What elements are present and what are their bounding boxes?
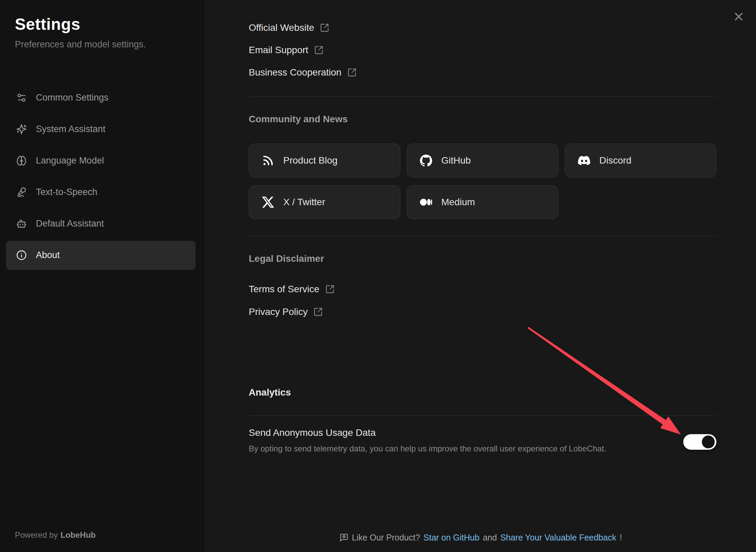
sidebar-item-system-assistant[interactable]: System Assistant [6,115,196,144]
settings-nav: Common Settings System Assistant Languag… [0,83,205,270]
contact-us-heading: Contact Us [249,0,716,2]
sidebar-item-language-model[interactable]: Language Model [6,146,196,175]
medium-button[interactable]: Medium [407,185,558,219]
footer-text: and [483,533,497,543]
external-link-icon [313,307,323,317]
footer-text: Like Our Product? [352,533,420,543]
brain-icon [16,155,27,166]
section-divider [249,236,716,236]
page-subtitle: Preferences and model settings. [15,39,205,50]
discord-icon [578,154,590,167]
analytics-setting-row: Send Anonymous Usage Data By opting to s… [249,426,716,454]
button-label: Product Blog [283,155,337,166]
bot-icon [16,218,27,229]
button-label: GitHub [441,155,471,166]
usage-data-description: By opting to send telemetry data, you ca… [249,443,606,454]
analytics-heading: Analytics [249,386,716,399]
external-link-icon [314,45,324,55]
link-label: Official Website [249,22,314,33]
lobehub-brand[interactable]: LobeHub [61,530,96,539]
usage-data-toggle[interactable] [683,434,716,450]
about-panel: Contact Us Official Website Email Suppor… [205,0,756,552]
link-label: Privacy Policy [249,306,308,317]
link-label: Email Support [249,45,308,56]
sliders-icon [16,92,27,103]
footer-text: ! [620,533,622,543]
external-link-icon [325,284,335,294]
settings-sidebar: Settings Preferences and model settings.… [0,0,205,552]
close-button[interactable] [732,10,746,23]
link-label: Terms of Service [249,284,319,295]
github-button[interactable]: GitHub [407,144,558,177]
official-website-link[interactable]: Official Website [249,21,329,35]
message-square-heart-icon [339,533,349,542]
analytics-setting-text: Send Anonymous Usage Data By opting to s… [249,426,606,454]
button-label: Discord [599,155,631,166]
github-icon [420,154,432,167]
button-label: X / Twitter [283,197,325,208]
close-icon [732,10,745,23]
sidebar-item-common-settings[interactable]: Common Settings [6,83,196,112]
legal-links: Terms of Service Privacy Policy [249,282,716,319]
sidebar-item-about[interactable]: About [6,241,196,270]
contact-links: Official Website Email Support Business … [249,21,716,79]
info-icon [16,250,27,260]
sidebar-item-default-assistant[interactable]: Default Assistant [6,209,196,238]
external-link-icon [347,68,357,77]
rss-icon [262,154,274,167]
legal-heading: Legal Disclaimer [249,252,716,265]
link-label: Business Cooperation [249,67,341,78]
sidebar-item-label: Text-to-Speech [36,187,97,197]
privacy-policy-link[interactable]: Privacy Policy [249,305,323,319]
sidebar-item-label: Language Model [36,155,104,166]
email-support-link[interactable]: Email Support [249,43,324,57]
external-link-icon [320,23,329,33]
star-on-github-link[interactable]: Star on GitHub [423,533,479,543]
business-cooperation-link[interactable]: Business Cooperation [249,66,357,79]
x-twitter-icon [262,196,274,208]
toggle-knob [702,436,715,448]
product-footer: Like Our Product? Star on GitHub and Sha… [205,533,756,543]
sidebar-item-label: Common Settings [36,92,109,103]
sidebar-item-text-to-speech[interactable]: Text-to-Speech [6,178,196,207]
page-title: Settings [15,15,205,34]
x-twitter-button[interactable]: X / Twitter [249,185,400,219]
community-buttons: Product Blog GitHub Discord X / Twitter … [249,144,716,219]
section-divider [249,96,716,97]
medium-icon [420,196,432,208]
sidebar-item-label: About [36,250,60,260]
product-blog-button[interactable]: Product Blog [249,144,400,177]
usage-data-label: Send Anonymous Usage Data [249,426,606,440]
terms-of-service-link[interactable]: Terms of Service [249,282,335,296]
sidebar-item-label: Default Assistant [36,218,104,229]
community-heading: Community and News [249,113,716,126]
sparkles-icon [16,124,27,134]
mic-icon [16,187,27,197]
sidebar-item-label: System Assistant [36,124,106,134]
discord-button[interactable]: Discord [565,144,716,177]
button-label: Medium [441,197,475,208]
share-feedback-link[interactable]: Share Your Valuable Feedback [500,533,616,543]
settings-modal: Settings Preferences and model settings.… [0,0,756,552]
section-divider [249,416,716,416]
powered-by: Powered byLobeHub [15,530,96,540]
powered-by-text: Powered by [15,530,58,539]
